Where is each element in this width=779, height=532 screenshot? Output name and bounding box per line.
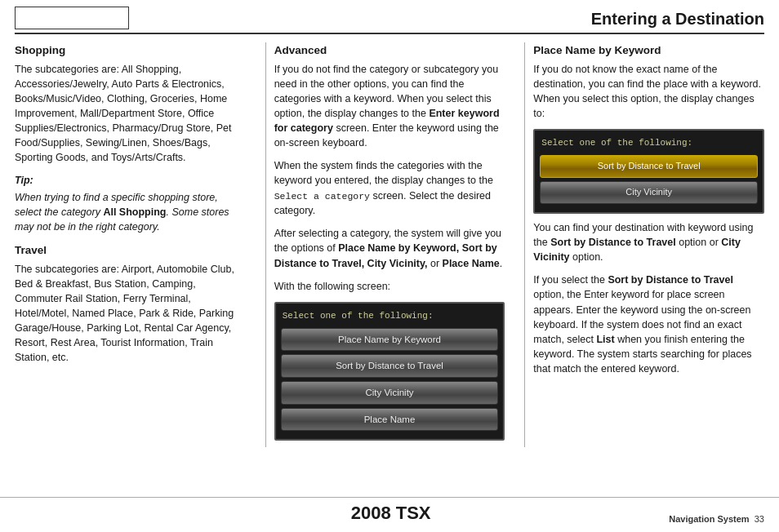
footer: 2008 TSX Navigation System 33 bbox=[0, 497, 779, 532]
shopping-body: The subcategories are: All Shopping, Acc… bbox=[15, 62, 246, 166]
header: Entering a Destination bbox=[0, 0, 779, 33]
advanced-para2: When the system finds the categories wit… bbox=[274, 158, 505, 218]
main-columns: Shopping The subcategories are: All Shop… bbox=[0, 34, 779, 447]
nav-btn-place-name[interactable]: Place Name bbox=[281, 408, 499, 432]
nav-screen-advanced: Select one of the following: Place Name … bbox=[274, 302, 505, 441]
footer-nav: Navigation System 33 bbox=[669, 514, 764, 524]
col-divider-1 bbox=[265, 42, 266, 447]
col-divider-2 bbox=[524, 42, 525, 447]
tip-label: Tip: bbox=[15, 173, 246, 188]
travel-body: The subcategories are: Airport, Automobi… bbox=[15, 262, 246, 366]
nav-btn-sort-distance-col3[interactable]: Sort by Distance to Travel bbox=[540, 155, 758, 178]
nav-screen-right: Select one of the following: Sort by Dis… bbox=[533, 129, 764, 214]
advanced-para1: If you do not find the category or subca… bbox=[274, 62, 505, 151]
shopping-title: Shopping bbox=[15, 42, 246, 59]
nav-btn-city-vicinity-col3[interactable]: City Vicinity bbox=[540, 181, 758, 204]
travel-title: Travel bbox=[15, 242, 246, 259]
place-name-para3: If you select the Sort by Distance to Tr… bbox=[533, 273, 764, 376]
advanced-para3: After selecting a category, the system w… bbox=[274, 226, 505, 270]
model-label: 2008 TSX bbox=[113, 503, 669, 524]
advanced-screen-label: With the following screen: bbox=[274, 279, 505, 294]
tip-bold: All Shopping bbox=[103, 206, 166, 218]
place-name-para2: You can find your destination with keywo… bbox=[533, 220, 764, 264]
nav-btn-city-vicinity-col2[interactable]: City Vicinity bbox=[281, 381, 499, 405]
nav-screen-label-col3: Select one of the following: bbox=[540, 137, 758, 150]
advanced-title: Advanced bbox=[274, 42, 505, 59]
nav-btn-place-name-keyword[interactable]: Place Name by Keyword bbox=[281, 328, 499, 352]
col-advanced: Advanced If you do not find the category… bbox=[274, 42, 517, 447]
nav-btn-sort-distance-col2[interactable]: Sort by Distance to Travel bbox=[281, 354, 499, 378]
page-number: 33 bbox=[755, 514, 764, 524]
nav-system-label: Navigation System bbox=[669, 514, 749, 524]
tip-text: When trying to find a specific shopping … bbox=[15, 190, 246, 234]
col-shopping-travel: Shopping The subcategories are: All Shop… bbox=[15, 42, 257, 447]
place-name-para1: If you do not know the exact name of the… bbox=[533, 62, 764, 122]
place-name-title: Place Name by Keyword bbox=[533, 42, 764, 59]
col-place-name: Place Name by Keyword If you do not know… bbox=[533, 42, 764, 447]
page-title: Entering a Destination bbox=[591, 7, 764, 29]
header-box bbox=[15, 7, 129, 29]
nav-screen-label-col2: Select one of the following: bbox=[281, 310, 499, 323]
